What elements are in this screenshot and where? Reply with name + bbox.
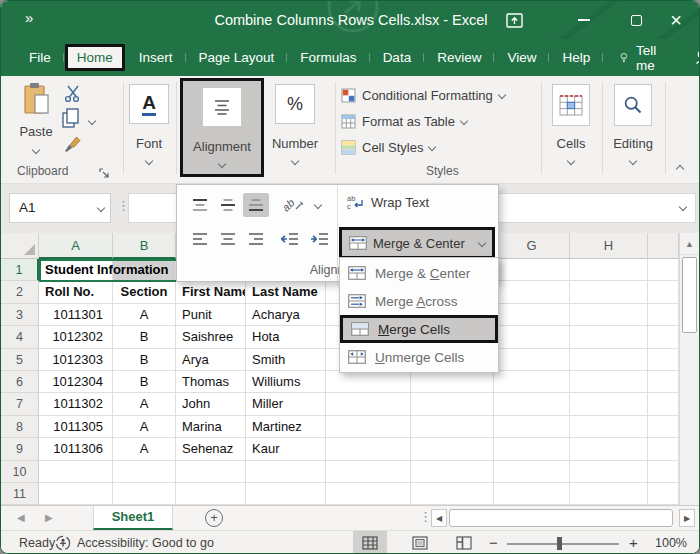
tab-home[interactable]: Home	[65, 44, 125, 71]
cell-B1[interactable]	[113, 259, 176, 281]
cell-H2[interactable]	[570, 281, 648, 303]
font-group-chevron-icon[interactable]	[145, 157, 153, 165]
cell-A9[interactable]: 1011306	[39, 438, 113, 460]
cell-E10[interactable]	[326, 461, 411, 483]
cell-E7[interactable]	[326, 393, 411, 415]
number-group-button[interactable]: %	[275, 84, 315, 124]
conditional-formatting-button[interactable]: Conditional Formatting	[341, 82, 505, 108]
paste-button[interactable]: Paste	[13, 82, 59, 160]
tab-insert[interactable]: Insert	[127, 44, 185, 71]
clipboard-dialog-launcher[interactable]	[98, 165, 110, 183]
horizontal-scrollbar-thumb[interactable]	[449, 509, 673, 527]
close-button[interactable]: ×	[659, 1, 693, 39]
tab-page-layout[interactable]: Page Layout	[187, 44, 287, 71]
cell-I10[interactable]	[648, 461, 679, 483]
cell-B7[interactable]: A	[113, 393, 176, 415]
decrease-indent-button[interactable]	[277, 227, 303, 251]
row-header-4[interactable]: 4	[1, 326, 39, 348]
row-header-5[interactable]: 5	[1, 349, 39, 371]
column-header-g[interactable]: G	[494, 233, 570, 259]
maximize-button[interactable]	[619, 1, 653, 39]
row-header-6[interactable]: 6	[1, 371, 39, 393]
cell-B6[interactable]: B	[113, 371, 176, 393]
cell-F6[interactable]	[411, 371, 494, 393]
cell-B5[interactable]: B	[113, 349, 176, 371]
cell-G6[interactable]	[494, 371, 570, 393]
bottom-align-button[interactable]	[243, 193, 269, 217]
tab-help[interactable]: Help	[550, 44, 602, 71]
cell-G10[interactable]	[494, 461, 570, 483]
cell-G5[interactable]	[494, 349, 570, 371]
accessibility-icon[interactable]	[55, 535, 71, 554]
page-layout-view-button[interactable]	[403, 531, 437, 554]
tell-me-button[interactable]: Tell me	[620, 43, 661, 73]
cell-A3[interactable]: 1011301	[39, 304, 113, 326]
alignment-group-highlight[interactable]: Alignment	[180, 78, 264, 177]
cell-C4[interactable]: Saishree	[176, 326, 246, 348]
cell-I2[interactable]	[648, 281, 679, 303]
cell-G8[interactable]	[494, 416, 570, 438]
menu-item-merge-center[interactable]: Merge & Center	[340, 259, 498, 287]
cell-D11[interactable]	[246, 483, 326, 505]
cell-H8[interactable]	[570, 416, 648, 438]
middle-align-button[interactable]	[215, 193, 241, 217]
cell-F9[interactable]	[411, 438, 494, 460]
column-header-b[interactable]: B	[113, 233, 176, 259]
status-accessibility[interactable]: Accessibility: Good to go	[77, 536, 214, 550]
orientation-chevron-icon[interactable]	[314, 201, 322, 209]
menu-item-merge-across[interactable]: Merge Across	[340, 287, 498, 315]
row-header-9[interactable]: 9	[1, 438, 39, 460]
cell-B2[interactable]: Section	[113, 281, 176, 303]
column-header-h[interactable]: H	[570, 233, 648, 259]
cell-C8[interactable]: Marina	[176, 416, 246, 438]
cell-A2[interactable]: Roll No.	[39, 281, 113, 303]
cell-I5[interactable]	[648, 349, 679, 371]
cell-D9[interactable]: Kaur	[246, 438, 326, 460]
cell-F7[interactable]	[411, 393, 494, 415]
select-all-corner[interactable]	[1, 233, 39, 259]
cell-I6[interactable]	[648, 371, 679, 393]
cell-I1[interactable]	[648, 259, 679, 281]
cell-styles-button[interactable]: Cell Styles	[341, 134, 505, 160]
paste-dropdown-icon[interactable]	[32, 146, 40, 154]
cell-B3[interactable]: A	[113, 304, 176, 326]
cell-C2[interactable]: First Name	[176, 281, 246, 303]
zoom-in-icon[interactable]: +	[629, 534, 638, 551]
cell-E6[interactable]	[326, 371, 411, 393]
cell-H9[interactable]	[570, 438, 648, 460]
column-header-a[interactable]: A	[39, 233, 113, 259]
menu-item-unmerge-cells[interactable]: Unmerge Cells	[340, 343, 498, 371]
format-painter-button[interactable]	[63, 134, 82, 157]
cell-C7[interactable]: John	[176, 393, 246, 415]
cell-I7[interactable]	[648, 393, 679, 415]
cut-button[interactable]	[63, 84, 83, 107]
cell-G2[interactable]	[494, 281, 570, 303]
cell-D3[interactable]: Acharya	[246, 304, 326, 326]
cell-I8[interactable]	[648, 416, 679, 438]
scroll-up-icon[interactable]: ▲	[680, 233, 699, 255]
page-break-view-button[interactable]	[447, 531, 481, 554]
wrap-text-button[interactable]: ab c Wrap Text	[347, 194, 429, 210]
format-as-table-button[interactable]: Format as Table	[341, 108, 505, 134]
cell-H6[interactable]	[570, 371, 648, 393]
cell-A6[interactable]: 1012304	[39, 371, 113, 393]
scroll-right-icon[interactable]: ▶	[679, 509, 695, 527]
cell-B4[interactable]: B	[113, 326, 176, 348]
copy-dropdown-icon[interactable]	[88, 117, 96, 125]
cell-D2[interactable]: Last Name	[246, 281, 326, 303]
minimize-button[interactable]	[567, 1, 601, 39]
merge-and-center-button[interactable]: Merge & Center	[339, 227, 495, 259]
cell-G3[interactable]	[494, 304, 570, 326]
cell-A10[interactable]	[39, 461, 113, 483]
cell-B11[interactable]	[113, 483, 176, 505]
cell-G7[interactable]	[494, 393, 570, 415]
font-group-button[interactable]: A	[129, 84, 169, 124]
cell-H4[interactable]	[570, 326, 648, 348]
sheet-nav-left-icon[interactable]: ◀	[17, 512, 25, 523]
cell-D7[interactable]: Miller	[246, 393, 326, 415]
cell-B9[interactable]: A	[113, 438, 176, 460]
vertical-scrollbar[interactable]: ▲	[679, 233, 699, 505]
cell-H3[interactable]	[570, 304, 648, 326]
column-header-partial[interactable]	[648, 233, 679, 259]
align-left-button[interactable]	[187, 227, 213, 251]
